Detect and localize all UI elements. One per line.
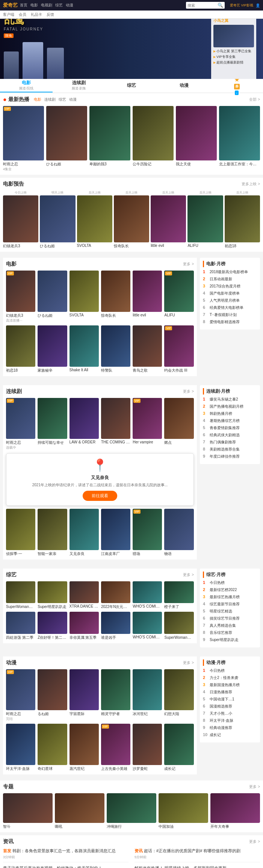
drama-rank-5[interactable]: 6经典武侠大剧精选 <box>203 432 257 437</box>
drama-0[interactable]: VIP 时雨之忍 连载中 <box>6 398 35 451</box>
drama-rank-7[interactable]: 8美剧精选推荐合集 <box>203 447 257 452</box>
topbar-item-vip[interactable]: 会员 <box>19 12 26 17</box>
variety-11[interactable]: SuperWoman趴趴走 <box>164 612 193 640</box>
search-input[interactable] <box>187 3 218 8</box>
anime-10[interactable]: 沙罗曼蛇 <box>133 724 162 771</box>
topbar-item-gift[interactable]: 礼品卡 <box>31 12 42 17</box>
variety-6[interactable]: 四处游荡 第二季 <box>6 612 35 640</box>
anime-rank-5[interactable]: 6国漫精选推荐 <box>203 704 257 709</box>
nav-home[interactable]: 首页 <box>20 3 27 8</box>
variety-7[interactable]: Z你好呀！第二季·二 <box>38 612 67 640</box>
news-more[interactable]: 更多 > <box>249 839 260 844</box>
news-left-0[interactable]: 首发 韩剧：各角色背景故事汇总一览，各路演员最新消息汇总 3分钟前 <box>3 848 128 862</box>
hot-item-0[interactable]: VIP 时雨之忍 4集全 <box>3 106 44 172</box>
drama-rank-2[interactable]: 3韩剧热播月榜 <box>203 411 257 416</box>
anime-rank-1[interactable]: 2力士2：怪兽来袭 <box>203 675 257 680</box>
tab-anime[interactable]: 动漫 <box>158 79 210 92</box>
topbar-item-client[interactable]: 客户端 <box>3 12 14 17</box>
movie-1[interactable]: ひるね姫 <box>38 271 67 323</box>
movie-4[interactable]: little evil <box>133 271 162 323</box>
movie-8[interactable]: Shake It All <box>70 325 99 373</box>
movie-rank-2[interactable]: 32017综合热度月榜 <box>203 284 257 289</box>
variety-rank-6[interactable]: 7真人秀精选合集 <box>203 623 257 628</box>
drama-rank-3[interactable]: 4暑期热播综艺月榜 <box>203 418 257 423</box>
anime-8[interactable]: 蒸汽世纪 <box>70 724 99 771</box>
forecast-0[interactable]: 今日上映 幻镇老兵3 <box>3 191 38 249</box>
forecast-2[interactable]: 后天上映 SVOLTA <box>77 191 112 249</box>
anime-rank-6[interactable]: 7天才小熊…小 <box>203 711 257 716</box>
variety-2[interactable]: XTRA DANCE 2021 <box>70 581 99 610</box>
hot-tab-2[interactable]: 综艺 <box>59 97 66 102</box>
forecast-5[interactable]: 后天上映 ALIFU <box>187 191 223 249</box>
anime-more[interactable]: 更多 > <box>183 660 194 665</box>
drama-8[interactable]: 又见奈良 <box>70 509 99 556</box>
variety-rank-5[interactable]: 6搞笑综艺节目推荐 <box>203 616 257 621</box>
anime-9[interactable]: VIP 上古先秦小英雄 <box>101 724 130 771</box>
variety-5[interactable]: 橙子来了 <box>164 581 193 610</box>
variety-rank-1[interactable]: 2最新综艺榜2022 <box>203 587 257 592</box>
anime-11[interactable]: 成长记 <box>164 724 193 771</box>
hero-vip-item-1[interactable]: 小鸟之翼 第三季已全集 <box>213 49 254 54</box>
tab-variety[interactable]: 综艺 <box>105 79 158 92</box>
user-icon[interactable]: 👤 <box>255 3 260 8</box>
variety-8[interactable]: 非你莫属 第五季 <box>70 612 99 640</box>
drama-rank-0[interactable]: 1爆笑马东锡之暴2 <box>203 397 257 402</box>
tab-vip[interactable]: ★ 券 ↓ <box>210 79 263 92</box>
hot-item-1[interactable]: ひるね姫 <box>46 106 87 172</box>
variety-10[interactable]: WHO'S COMING 2 <box>133 612 162 640</box>
location-btn[interactable]: 前往观看 <box>83 491 117 501</box>
anime-rank-3[interactable]: 4日漫热播推荐 <box>203 690 257 694</box>
drama-10[interactable]: VIP 猎场 <box>133 509 162 556</box>
nav-movie[interactable]: 电影 <box>30 3 38 8</box>
forecast-more[interactable]: 更多上映 > <box>242 181 260 187</box>
nav-drama[interactable]: 电视剧 <box>41 3 52 8</box>
forecast-1[interactable]: 明天上映 ひるね姫 <box>40 191 75 249</box>
variety-3[interactable]: 2022年N次元晚会 <box>101 581 130 610</box>
hot-item-2[interactable]: 卑鄙的我3 <box>89 106 130 172</box>
movie-rank-1[interactable]: 2日系动画最新 <box>203 277 257 281</box>
anime-5[interactable]: 幻想大陆 <box>164 669 193 722</box>
variety-9[interactable]: 谁是凶手 <box>101 612 130 640</box>
drama-1[interactable]: 持续可能な幸せ <box>38 398 67 451</box>
hot-tab-0[interactable]: 电影 <box>34 97 41 102</box>
anime-3[interactable]: 精灵守护者 <box>101 669 130 722</box>
movie-rank-5[interactable]: 6经典爱情大电影榜单 <box>203 305 257 310</box>
topic-4[interactable]: 开年大奇事 <box>210 793 260 829</box>
movie-0[interactable]: VIP 幻镇老兵3 高清首播··· <box>6 271 35 323</box>
anime-rank-8[interactable]: 9经典动漫推荐 <box>203 725 257 730</box>
anime-2[interactable]: 宇宙星际 <box>70 669 99 722</box>
variety-rank-4[interactable]: 5明星综艺精选 <box>203 609 257 614</box>
anime-1[interactable]: るね姫 <box>38 669 67 722</box>
anime-rank-2[interactable]: 3最新国漫热播月榜 <box>203 682 257 687</box>
drama-rank-4[interactable]: 5青春爱情剧集推荐 <box>203 425 257 430</box>
news-right-0[interactable]: 资讯 超话：#正在播出的优质国产剧# 有哪些值得推荐的剧 5分钟前 <box>135 848 260 862</box>
news-left-1[interactable]: 李子柒春节后再次发布视频，粉丝激动：终于等到你！ 15分钟前 <box>3 865 128 868</box>
variety-4[interactable]: WHO'S COMING 2 <box>133 581 162 610</box>
tab-movie[interactable]: 电影 频道·院线 <box>0 79 53 92</box>
variety-rank-0[interactable]: 1今日热榜 <box>203 580 257 585</box>
topic-2[interactable]: 冲绳旅行 <box>107 793 156 829</box>
movie-more[interactable]: 更多 > <box>183 262 194 267</box>
drama-5[interactable]: 燃点 <box>164 398 193 451</box>
topic-3[interactable]: 中国加油 <box>159 793 208 829</box>
drama-6[interactable]: 侦探季·一 <box>6 509 35 556</box>
variety-more[interactable]: 更多 > <box>183 572 194 578</box>
search-icon[interactable]: 🔍 <box>218 3 223 8</box>
movie-9[interactable]: 特警队 <box>101 325 130 373</box>
movie-rank-7[interactable]: 8爱情电影精选推荐 <box>203 319 257 324</box>
drama-2[interactable]: LAW & ORDER <box>70 398 99 451</box>
movie-rank-6[interactable]: 7T··暑假观影计划 <box>203 312 257 317</box>
movie-7[interactable]: 家族秘辛 <box>38 325 67 373</box>
logo[interactable]: 爱奇艺 <box>3 2 18 9</box>
forecast-6[interactable]: 后天上映 初恋18 <box>225 191 260 249</box>
movie-rank-0[interactable]: 12018最新高分电影榜单 <box>203 269 257 274</box>
variety-rank-8[interactable]: 9Super明星趴趴走 <box>203 637 257 642</box>
forecast-3[interactable]: 后天上映 惊奇队长 <box>114 191 149 249</box>
hot-item-5[interactable]: 北上最强工作室：今天特别... <box>219 106 260 172</box>
drama-4[interactable]: VIP Her vampire <box>133 398 162 451</box>
hero-vip-item-3[interactable]: 超前点播最新剧情 <box>213 60 254 65</box>
hot-item-4[interactable]: 我之天使 <box>176 106 217 172</box>
hot-item-3[interactable]: 公牛历险记 <box>133 106 174 172</box>
drama-rank-6[interactable]: 7热门偶像剧推荐 <box>203 440 257 445</box>
movie-2[interactable]: SVOLTA <box>70 271 99 323</box>
